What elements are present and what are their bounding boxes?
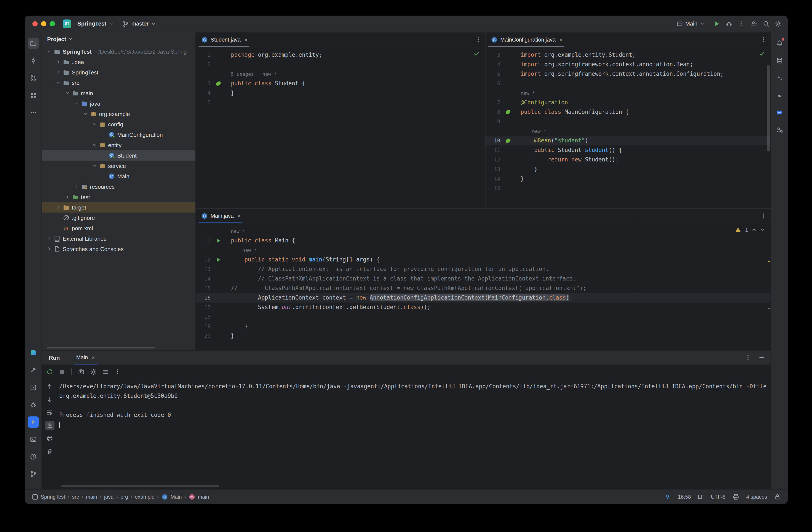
tree-item-main[interactable]: CMain <box>42 171 195 181</box>
run-line-gutter-icon[interactable] <box>215 237 222 244</box>
spring-bean-gutter-icon[interactable] <box>215 80 222 87</box>
code-line[interactable]: new * <box>485 126 770 136</box>
thread-dump-icon[interactable] <box>78 368 85 375</box>
settings-icon[interactable] <box>775 20 782 27</box>
tab-options-icon[interactable] <box>760 36 767 43</box>
ai-assistant-icon[interactable] <box>774 72 785 84</box>
code-line[interactable]: 12 public static void main(String[] args… <box>196 255 770 265</box>
run-button[interactable] <box>713 20 720 27</box>
tree-chevron-icon[interactable] <box>55 205 62 210</box>
tree-chevron-icon[interactable] <box>55 80 62 85</box>
database-icon[interactable] <box>774 55 785 66</box>
build-icon[interactable] <box>27 364 39 376</box>
more-options-icon[interactable] <box>114 368 121 375</box>
code-line[interactable]: 19 } <box>196 322 770 331</box>
scroll-to-bottom-icon[interactable] <box>45 395 55 404</box>
code-line[interactable]: 7@Configuration <box>485 98 770 107</box>
tree-chevron-icon[interactable] <box>55 59 62 65</box>
close-window-button[interactable] <box>32 21 38 26</box>
code-area-mainconfiguration[interactable]: 3import org.example.entity.Student;4impo… <box>485 47 770 208</box>
breadcrumb-org[interactable]: org <box>120 494 128 500</box>
breadcrumb-main[interactable]: main <box>86 494 97 500</box>
breadcrumb-java[interactable]: java <box>104 494 114 500</box>
tree-item-springtest[interactable]: SpringTest <box>42 67 195 78</box>
inspections-widget[interactable]: 1 <box>735 226 765 233</box>
run-options-icon[interactable] <box>744 354 752 361</box>
tree-item-gitignore[interactable]: .gitignore <box>42 212 195 223</box>
tree-chevron-icon[interactable] <box>91 163 99 168</box>
tree-item-java[interactable]: java <box>42 98 195 109</box>
more-tools-icon[interactable] <box>27 107 39 118</box>
inlay-hint[interactable]: new * <box>521 90 535 96</box>
tree-item-external-libraries[interactable]: External Libraries <box>42 233 195 244</box>
next-problem-icon[interactable] <box>760 227 765 233</box>
inspections-widget[interactable] <box>758 50 765 57</box>
tree-chevron-icon[interactable] <box>63 90 71 96</box>
line-separator[interactable]: LF <box>698 494 704 500</box>
code-line[interactable]: 1package org.example.entity; <box>196 50 485 60</box>
tree-item-entity[interactable]: entity <box>42 140 195 150</box>
project-widget[interactable]: SpringTest <box>75 19 116 28</box>
clear-console-icon[interactable] <box>45 447 55 456</box>
editor-scrollbar[interactable] <box>767 65 770 152</box>
more-actions-icon[interactable] <box>738 20 744 27</box>
code-line[interactable]: 8public class MainConfiguration { <box>485 107 770 117</box>
code-line[interactable]: new * <box>485 88 770 98</box>
tree-item-springtest[interactable]: SpringTest~/Desktop/CS/JavaEE/2 Java Spr… <box>42 46 195 57</box>
breadcrumb-src[interactable]: src <box>72 494 79 500</box>
tree-chevron-icon[interactable] <box>91 122 99 127</box>
scroll-to-end-icon[interactable] <box>45 421 55 430</box>
code-line[interactable]: 15 <box>485 184 770 193</box>
tree-item-idea[interactable]: .idea <box>42 57 195 67</box>
tree-item-pom-xml[interactable]: mpom.xml <box>42 223 195 233</box>
code-with-me-icon[interactable] <box>751 20 757 27</box>
tree-chevron-icon[interactable] <box>45 49 53 54</box>
code-line[interactable]: 9 <box>485 117 770 126</box>
services-icon[interactable] <box>27 382 39 393</box>
indent-style[interactable]: 4 spaces <box>746 494 767 500</box>
inlay-hint[interactable]: 5 usages new * <box>231 71 277 77</box>
close-tab-icon[interactable]: × <box>244 37 248 43</box>
code-line[interactable]: 2 <box>196 60 485 69</box>
code-line[interactable]: 5import org.springframework.context.anno… <box>485 69 770 79</box>
tab-main-java[interactable]: C Main.java × <box>196 209 245 223</box>
tree-item-main[interactable]: main <box>42 88 195 98</box>
project-panel-header[interactable]: Project <box>42 32 195 45</box>
caret-position[interactable]: 16:58 <box>678 494 691 500</box>
tree-chevron-icon[interactable] <box>91 142 99 148</box>
code-line[interactable]: 5 <box>196 98 485 107</box>
rerun-icon[interactable] <box>46 368 53 375</box>
hide-tool-window-icon[interactable] <box>758 354 765 361</box>
warning-stripe-mark[interactable] <box>768 261 770 262</box>
tree-item-org-example[interactable]: org.example <box>42 109 195 119</box>
terminal-icon[interactable] <box>27 434 39 445</box>
project-icon[interactable] <box>27 38 39 49</box>
file-encoding[interactable]: UTF-8 <box>711 494 726 500</box>
code-line[interactable]: new * <box>196 226 770 236</box>
code-line[interactable]: 10 @Bean("student") <box>485 136 770 145</box>
stripe-mark[interactable] <box>768 308 770 309</box>
tree-item-src[interactable]: src <box>42 78 195 88</box>
code-line[interactable]: 13 } <box>485 165 770 174</box>
chat-icon[interactable] <box>774 107 785 118</box>
close-tab-icon[interactable]: × <box>91 354 95 361</box>
debug-icon[interactable] <box>27 399 39 410</box>
code-line[interactable]: 16 ApplicationContext context = new Anno… <box>196 293 770 303</box>
tree-item-test[interactable]: test <box>42 192 195 202</box>
version-control-icon[interactable] <box>27 468 39 480</box>
code-area-student[interactable]: 1package org.example.entity;25 usages ne… <box>196 47 485 208</box>
code-line[interactable]: 13 // ApplicationContext is an interface… <box>196 265 770 274</box>
tree-item-scratches-and-consoles[interactable]: Scratches and Consoles <box>42 244 195 254</box>
close-tab-icon[interactable]: × <box>237 213 241 219</box>
tab-options-icon[interactable] <box>475 36 482 43</box>
inlay-hint[interactable]: new * <box>521 129 546 134</box>
code-line[interactable]: 12 return new Student(); <box>485 155 770 165</box>
breadcrumb-main[interactable]: mmain <box>189 493 209 500</box>
code-line[interactable]: 20} <box>196 331 770 341</box>
close-tab-icon[interactable]: × <box>559 37 563 43</box>
console-settings-icon[interactable] <box>90 368 97 375</box>
code-line[interactable]: new * <box>196 246 770 255</box>
pull-requests-icon[interactable] <box>27 72 39 84</box>
code-line[interactable]: 14} <box>485 174 770 184</box>
tree-chevron-icon[interactable] <box>82 111 89 116</box>
